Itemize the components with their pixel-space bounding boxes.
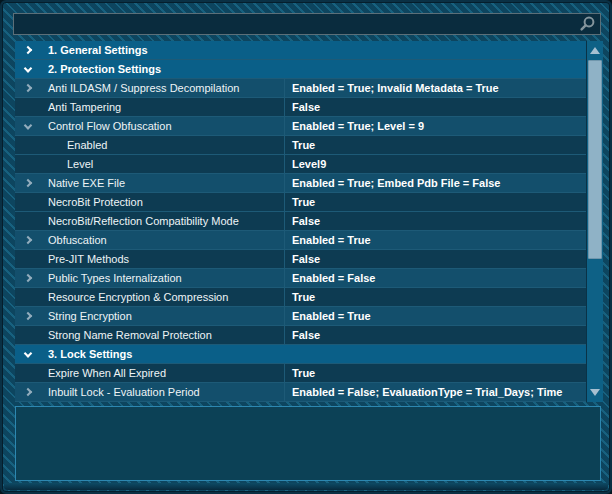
property-grid: 1. General Settings2. Protection Setting…	[15, 41, 603, 402]
property-row[interactable]: Anti ILDASM / Suppress DecompilationEnab…	[15, 79, 586, 98]
property-row[interactable]: Resource Encryption & CompressionTrue	[15, 288, 586, 307]
category-row[interactable]: 1. General Settings	[15, 41, 586, 60]
category-label: 2. Protection Settings	[15, 60, 161, 78]
property-name: Native EXE File	[48, 177, 125, 189]
property-value-cell[interactable]: Enabled = True; Invalid Metadata = True	[285, 79, 586, 97]
property-name-cell[interactable]: NecroBit/Reflection Compatibility Mode	[15, 212, 285, 230]
property-name-cell[interactable]: Resource Encryption & Compression	[15, 288, 285, 306]
property-value: False	[292, 215, 320, 227]
property-name: Pre-JIT Methods	[48, 253, 129, 265]
scrollbar-thumb[interactable]	[588, 60, 602, 259]
property-row[interactable]: Pre-JIT MethodsFalse	[15, 250, 586, 269]
property-value: True	[292, 139, 315, 151]
property-name: Control Flow Obfuscation	[48, 120, 172, 132]
property-value-cell[interactable]: Enabled = True; Level = 9	[285, 117, 586, 135]
property-name-cell[interactable]: Control Flow Obfuscation	[15, 117, 285, 135]
property-name: Obfuscation	[48, 234, 107, 246]
property-value-cell[interactable]: True	[285, 288, 586, 306]
property-value-cell[interactable]: False	[285, 326, 586, 344]
category-label: 3. Lock Settings	[15, 345, 132, 363]
property-name-cell[interactable]: Obfuscation	[15, 231, 285, 249]
property-value: False	[292, 253, 320, 265]
property-value-cell[interactable]: False	[285, 212, 586, 230]
property-value-cell[interactable]: False	[285, 98, 586, 116]
property-name-cell[interactable]: Level	[15, 155, 285, 173]
property-name-cell[interactable]: Anti Tampering	[15, 98, 285, 116]
property-name: Resource Encryption & Compression	[48, 291, 228, 303]
property-value: True	[292, 196, 315, 208]
property-value-cell[interactable]: False	[285, 250, 586, 268]
property-name: Inbuilt Lock - Evaluation Period	[48, 386, 200, 398]
category-row[interactable]: 2. Protection Settings	[15, 60, 586, 79]
property-name-cell[interactable]: Enabled	[15, 136, 285, 154]
property-grid-rows: 1. General Settings2. Protection Setting…	[15, 41, 586, 402]
property-name: Enabled	[67, 139, 107, 151]
triangle-up-icon	[590, 47, 600, 54]
property-row[interactable]: Anti TamperingFalse	[15, 98, 586, 117]
property-name: NecroBit Protection	[48, 196, 143, 208]
property-name-cell[interactable]: Inbuilt Lock - Evaluation Period	[15, 383, 285, 401]
property-name-cell[interactable]: Anti ILDASM / Suppress Decompilation	[15, 79, 285, 97]
property-name-cell[interactable]: Strong Name Removal Protection	[15, 326, 285, 344]
property-row[interactable]: Strong Name Removal ProtectionFalse	[15, 326, 586, 345]
vertical-scrollbar	[586, 41, 603, 402]
search-input[interactable]	[14, 14, 578, 34]
property-value-cell[interactable]: Enabled = False; EvaluationType = Trial_…	[285, 383, 586, 401]
property-value: False	[292, 101, 320, 113]
property-name-cell[interactable]: NecroBit Protection	[15, 193, 285, 211]
description-panel	[15, 406, 601, 481]
settings-window: 1. General Settings2. Protection Setting…	[0, 0, 612, 494]
property-value: True	[292, 367, 315, 379]
property-row[interactable]: LevelLevel9	[15, 155, 586, 174]
property-value: Enabled = True	[292, 234, 371, 246]
property-name-cell[interactable]: Public Types Internalization	[15, 269, 285, 287]
search-icon	[578, 15, 596, 33]
search-bar	[13, 13, 601, 35]
property-name: Anti ILDASM / Suppress Decompilation	[48, 82, 239, 94]
property-value: Level9	[292, 158, 326, 170]
property-row[interactable]: NecroBit ProtectionTrue	[15, 193, 586, 212]
property-name: Public Types Internalization	[48, 272, 182, 284]
property-name: NecroBit/Reflection Compatibility Mode	[48, 215, 239, 227]
triangle-down-icon	[590, 389, 600, 396]
property-value-cell[interactable]: Enabled = True; Embed Pdb File = False	[285, 174, 586, 192]
property-value-cell[interactable]: Enabled = True	[285, 307, 586, 325]
property-name-cell[interactable]: Expire When All Expired	[15, 364, 285, 382]
property-name-cell[interactable]: Native EXE File	[15, 174, 285, 192]
property-value: Enabled = True; Level = 9	[292, 120, 424, 132]
category-label: 1. General Settings	[15, 41, 148, 59]
scroll-down-button[interactable]	[587, 383, 603, 402]
property-value-cell[interactable]: Level9	[285, 155, 586, 173]
property-name-cell[interactable]: Pre-JIT Methods	[15, 250, 285, 268]
property-name: Expire When All Expired	[48, 367, 166, 379]
window-bottom-edge	[4, 483, 608, 490]
property-value-cell[interactable]: True	[285, 364, 586, 382]
property-name: Level	[67, 158, 93, 170]
property-row[interactable]: Control Flow ObfuscationEnabled = True; …	[15, 117, 586, 136]
property-name: Anti Tampering	[48, 101, 121, 113]
property-row[interactable]: Expire When All ExpiredTrue	[15, 364, 586, 383]
property-value: Enabled = True	[292, 310, 371, 322]
property-value-cell[interactable]: True	[285, 136, 586, 154]
property-row[interactable]: EnabledTrue	[15, 136, 586, 155]
property-value: Enabled = True; Embed Pdb File = False	[292, 177, 500, 189]
property-row[interactable]: Public Types InternalizationEnabled = Fa…	[15, 269, 586, 288]
property-row[interactable]: Native EXE FileEnabled = True; Embed Pdb…	[15, 174, 586, 193]
property-name: String Encryption	[48, 310, 132, 322]
category-row[interactable]: 3. Lock Settings	[15, 345, 586, 364]
property-value-cell[interactable]: Enabled = True	[285, 231, 586, 249]
property-value: Enabled = False; EvaluationType = Trial_…	[292, 386, 562, 398]
property-value-cell[interactable]: Enabled = False	[285, 269, 586, 287]
property-value-cell[interactable]: True	[285, 193, 586, 211]
property-row[interactable]: ObfuscationEnabled = True	[15, 231, 586, 250]
property-value: Enabled = True; Invalid Metadata = True	[292, 82, 499, 94]
property-name-cell[interactable]: String Encryption	[15, 307, 285, 325]
property-value: False	[292, 329, 320, 341]
property-row[interactable]: NecroBit/Reflection Compatibility ModeFa…	[15, 212, 586, 231]
property-row[interactable]: Inbuilt Lock - Evaluation PeriodEnabled …	[15, 383, 586, 402]
property-value: True	[292, 291, 315, 303]
property-value: Enabled = False	[292, 272, 375, 284]
property-row[interactable]: String EncryptionEnabled = True	[15, 307, 586, 326]
scroll-up-button[interactable]	[587, 41, 603, 60]
property-name: Strong Name Removal Protection	[48, 329, 212, 341]
